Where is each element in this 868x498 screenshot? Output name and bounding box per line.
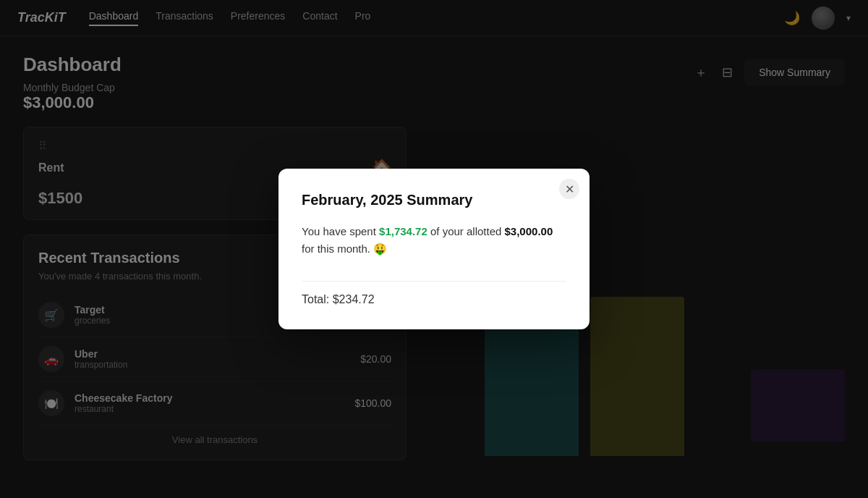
- modal-allotted-amount: $3,000.00: [505, 225, 553, 237]
- modal-body: You have spent $1,734.72 of your allotte…: [302, 223, 566, 258]
- modal-body-prefix: You have spent: [302, 225, 379, 237]
- modal-body-middle: of your allotted: [427, 225, 505, 237]
- modal-emoji: 🤑: [373, 242, 387, 255]
- modal-close-button[interactable]: ✕: [559, 179, 579, 199]
- modal-total: Total: $234.72: [302, 281, 566, 306]
- modal-body-suffix: for this month.: [302, 242, 370, 255]
- modal-title: February, 2025 Summary: [302, 192, 566, 208]
- summary-modal: ✕ February, 2025 Summary You have spent …: [278, 169, 590, 329]
- modal-overlay[interactable]: ✕ February, 2025 Summary You have spent …: [0, 0, 868, 498]
- modal-spent-amount: $1,734.72: [379, 225, 427, 237]
